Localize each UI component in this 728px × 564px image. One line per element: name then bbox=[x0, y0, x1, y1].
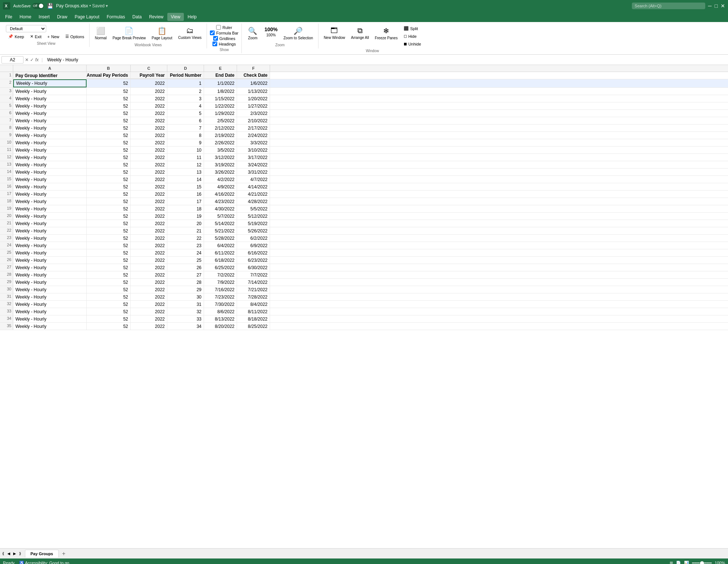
cell-27-3[interactable]: 2022 bbox=[131, 264, 167, 271]
cell-34-1[interactable]: Weekly - Hourly bbox=[13, 315, 87, 322]
cell-4-2[interactable]: 52 bbox=[87, 95, 131, 102]
table-row[interactable]: 22Weekly - Hourly522022215/21/20225/26/2… bbox=[0, 227, 728, 235]
add-sheet-button[interactable]: + bbox=[59, 550, 68, 557]
cell-4-6[interactable]: 1/20/2022 bbox=[237, 95, 270, 102]
cell-27-4[interactable]: 26 bbox=[167, 264, 204, 271]
cell-14-5[interactable]: 3/26/2022 bbox=[204, 169, 237, 176]
cell-6-1[interactable]: Weekly - Hourly bbox=[13, 110, 87, 117]
table-row[interactable]: 32Weekly - Hourly522022317/30/20228/4/20… bbox=[0, 301, 728, 308]
cell-23-1[interactable]: Weekly - Hourly bbox=[13, 235, 87, 242]
cell-21-6[interactable]: 5/19/2022 bbox=[237, 220, 270, 227]
restore-icon[interactable]: □ bbox=[715, 3, 718, 9]
cell-18-1[interactable]: Weekly - Hourly bbox=[13, 198, 87, 205]
cell-2-3[interactable]: 2022 bbox=[131, 79, 167, 87]
cancel-formula-icon[interactable]: ✕ bbox=[25, 57, 29, 62]
cell-16-6[interactable]: 4/14/2022 bbox=[237, 183, 270, 190]
menu-file[interactable]: File bbox=[1, 13, 16, 21]
cell-9-2[interactable]: 52 bbox=[87, 132, 131, 139]
cell-27-1[interactable]: Weekly - Hourly bbox=[13, 264, 87, 271]
zoom-100-button[interactable]: 100% 100% bbox=[262, 25, 280, 39]
cell-18-2[interactable]: 52 bbox=[87, 198, 131, 205]
cell-3-3[interactable]: 2022 bbox=[131, 88, 167, 95]
table-row[interactable]: 31Weekly - Hourly522022307/23/20227/28/2… bbox=[0, 293, 728, 301]
cell-14-3[interactable]: 2022 bbox=[131, 169, 167, 176]
menu-data[interactable]: Data bbox=[129, 13, 145, 21]
cell-23-3[interactable]: 2022 bbox=[131, 235, 167, 242]
cell-27-6[interactable]: 6/30/2022 bbox=[237, 264, 270, 271]
sheet-nav-prev[interactable]: ◀ bbox=[7, 551, 11, 556]
table-row[interactable]: 29Weekly - Hourly522022287/9/20227/14/20… bbox=[0, 279, 728, 286]
cell-33-5[interactable]: 8/6/2022 bbox=[204, 308, 237, 315]
cell-8-1[interactable]: Weekly - Hourly bbox=[13, 124, 87, 131]
cell-12-4[interactable]: 11 bbox=[167, 154, 204, 161]
cell-24-2[interactable]: 52 bbox=[87, 242, 131, 249]
header-cell-c[interactable]: Payroll Year bbox=[131, 72, 167, 79]
cell-16-3[interactable]: 2022 bbox=[131, 183, 167, 190]
cell-18-6[interactable]: 4/28/2022 bbox=[237, 198, 270, 205]
header-cell-b[interactable]: Annual Pay Periods bbox=[87, 72, 131, 79]
cell-14-2[interactable]: 52 bbox=[87, 169, 131, 176]
view-normal-icon[interactable]: ⊞ bbox=[670, 561, 673, 564]
cell-28-2[interactable]: 52 bbox=[87, 271, 131, 278]
cell-6-6[interactable]: 2/3/2022 bbox=[237, 110, 270, 117]
sheet-nav-next[interactable]: ▶ bbox=[12, 551, 17, 556]
insert-function-icon[interactable]: fx bbox=[35, 57, 39, 62]
cell-35-6[interactable]: 8/25/2022 bbox=[237, 323, 270, 330]
cell-16-2[interactable]: 52 bbox=[87, 183, 131, 190]
cell-20-6[interactable]: 5/12/2022 bbox=[237, 213, 270, 220]
cell-29-4[interactable]: 28 bbox=[167, 279, 204, 286]
new-window-button[interactable]: 🗔 New Window bbox=[321, 25, 347, 41]
cell-29-5[interactable]: 7/9/2022 bbox=[204, 279, 237, 286]
hide-button[interactable]: ◻ Hide bbox=[401, 33, 423, 40]
table-row[interactable]: 16Weekly - Hourly522022154/9/20224/14/20… bbox=[0, 183, 728, 191]
cell-13-5[interactable]: 3/19/2022 bbox=[204, 161, 237, 168]
cell-14-6[interactable]: 3/31/2022 bbox=[237, 169, 270, 176]
cell-9-4[interactable]: 8 bbox=[167, 132, 204, 139]
cell-24-3[interactable]: 2022 bbox=[131, 242, 167, 249]
sheet-tab-pay-groups[interactable]: Pay Groups bbox=[25, 550, 59, 557]
cell-4-4[interactable]: 3 bbox=[167, 95, 204, 102]
cell-11-2[interactable]: 52 bbox=[87, 147, 131, 153]
cell-32-4[interactable]: 31 bbox=[167, 301, 204, 308]
cell-28-1[interactable]: Weekly - Hourly bbox=[13, 271, 87, 278]
cell-2-1[interactable]: Weekly - Hourly bbox=[13, 79, 87, 87]
cell-25-5[interactable]: 6/11/2022 bbox=[204, 249, 237, 256]
close-icon[interactable]: ✕ bbox=[721, 3, 725, 9]
cell-20-5[interactable]: 5/7/2022 bbox=[204, 213, 237, 220]
cell-31-3[interactable]: 2022 bbox=[131, 293, 167, 300]
cell-reference-input[interactable] bbox=[1, 56, 23, 64]
cell-13-6[interactable]: 3/24/2022 bbox=[237, 161, 270, 168]
table-row[interactable]: 6Weekly - Hourly52202251/29/20222/3/2022 bbox=[0, 110, 728, 117]
custom-views-button[interactable]: 🗂 Custom Views bbox=[176, 25, 204, 41]
cell-9-1[interactable]: Weekly - Hourly bbox=[13, 132, 87, 139]
cell-32-6[interactable]: 8/4/2022 bbox=[237, 301, 270, 308]
table-row[interactable]: 14Weekly - Hourly522022133/26/20223/31/2… bbox=[0, 169, 728, 176]
cell-26-6[interactable]: 6/23/2022 bbox=[237, 257, 270, 264]
cell-26-2[interactable]: 52 bbox=[87, 257, 131, 264]
cell-29-2[interactable]: 52 bbox=[87, 279, 131, 286]
cell-18-5[interactable]: 4/23/2022 bbox=[204, 198, 237, 205]
page-break-preview-button[interactable]: 📄 Page Break Preview bbox=[110, 25, 148, 41]
cell-20-3[interactable]: 2022 bbox=[131, 213, 167, 220]
autosave-toggle[interactable]: AutoSave Off bbox=[13, 3, 44, 9]
page-layout-button[interactable]: 📋 Page Layout bbox=[149, 25, 174, 41]
autosave-toggle-control[interactable]: Off bbox=[32, 3, 44, 9]
table-row[interactable]: 21Weekly - Hourly522022205/14/20225/19/2… bbox=[0, 220, 728, 227]
cell-25-4[interactable]: 24 bbox=[167, 249, 204, 256]
cell-2-2[interactable]: 52 bbox=[87, 79, 131, 87]
col-header-d[interactable]: D bbox=[167, 65, 204, 72]
cell-12-1[interactable]: Weekly - Hourly bbox=[13, 154, 87, 161]
confirm-formula-icon[interactable]: ✓ bbox=[30, 57, 34, 62]
table-row[interactable]: 23Weekly - Hourly522022225/28/20226/2/20… bbox=[0, 235, 728, 242]
cell-13-3[interactable]: 2022 bbox=[131, 161, 167, 168]
sheet-view-dropdown[interactable]: Default bbox=[6, 25, 46, 32]
cell-8-4[interactable]: 7 bbox=[167, 124, 204, 131]
cell-27-5[interactable]: 6/25/2022 bbox=[204, 264, 237, 271]
cell-35-3[interactable]: 2022 bbox=[131, 323, 167, 330]
cell-17-4[interactable]: 16 bbox=[167, 191, 204, 198]
cell-19-5[interactable]: 4/30/2022 bbox=[204, 205, 237, 212]
cell-16-4[interactable]: 15 bbox=[167, 183, 204, 190]
cell-7-1[interactable]: Weekly - Hourly bbox=[13, 117, 87, 124]
cell-9-3[interactable]: 2022 bbox=[131, 132, 167, 139]
cell-11-1[interactable]: Weekly - Hourly bbox=[13, 147, 87, 153]
